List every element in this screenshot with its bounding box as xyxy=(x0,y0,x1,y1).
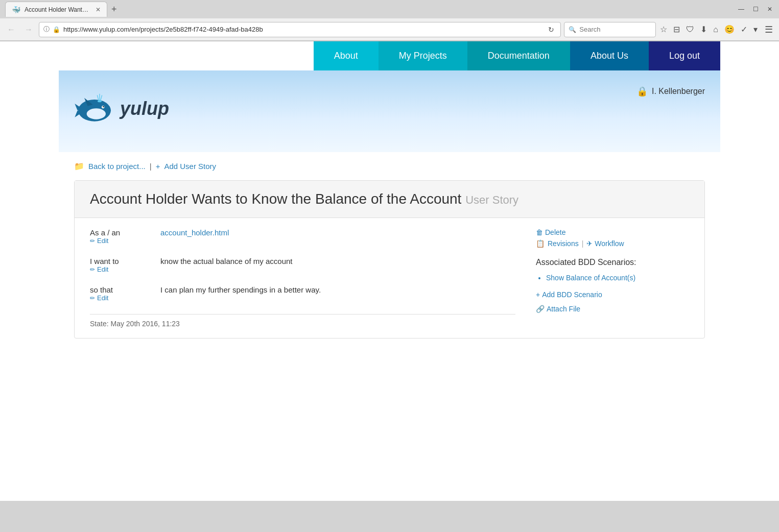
so-that-row: so that ✏ Edit I can plan my further spe… xyxy=(90,285,515,302)
nav-icon-group: ☆ ⊟ 🛡 ⬇ ⌂ 😊 ✓ ▾ ☰ xyxy=(659,23,775,36)
pencil-icon-2: ✏ xyxy=(90,266,95,273)
user-story-card: Account Holder Wants to Know the Balance… xyxy=(74,180,705,338)
delete-link[interactable]: 🗑 Delete xyxy=(536,228,689,236)
as-a-value-group: account_holder.html xyxy=(160,228,515,245)
pocket-icon[interactable]: 🛡 xyxy=(685,24,695,35)
user-icon: 🔒 xyxy=(636,86,648,97)
main-content: Account Holder Wants to Know the Balance… xyxy=(59,180,720,359)
hamburger-menu-icon[interactable]: ☰ xyxy=(763,23,775,36)
logo-text: yulup xyxy=(120,98,169,119)
breadcrumb-folder-icon: 📁 xyxy=(74,161,84,171)
user-info: 🔒 I. Kellenberger xyxy=(636,86,705,97)
url-input[interactable] xyxy=(63,26,543,33)
pencil-icon-3: ✏ xyxy=(90,295,95,302)
search-bar-wrapper: 🔍 xyxy=(564,22,656,37)
trash-icon: 🗑 xyxy=(536,228,543,236)
back-to-project-link[interactable]: Back to project... xyxy=(88,162,146,171)
card-body: As a / an ✏ Edit account_holder.html xyxy=(75,218,704,338)
bookmark-icon[interactable]: ☆ xyxy=(659,23,668,35)
as-a-label-group: As a / an ✏ Edit xyxy=(90,228,156,245)
bdd-list: Show Balance of Account(s) xyxy=(536,272,689,283)
add-user-story-link[interactable]: Add User Story xyxy=(164,162,216,171)
as-a-edit-link[interactable]: ✏ Edit xyxy=(90,237,156,245)
workflow-icon: ✈ xyxy=(586,239,593,248)
reload-button[interactable]: ↻ xyxy=(546,26,556,34)
title-bar: 🐳 Account Holder Wants to ... ✕ + — ☐ ✕ xyxy=(0,0,779,18)
workflow-link[interactable]: ✈ Workflow xyxy=(586,239,624,248)
add-bdd-link[interactable]: + Add BDD Scenario xyxy=(536,291,689,299)
reader-mode-icon[interactable]: ⊟ xyxy=(672,23,681,35)
browser-tab[interactable]: 🐳 Account Holder Wants to ... ✕ xyxy=(5,2,107,17)
logo-area: yulup xyxy=(74,91,169,127)
nav-logout[interactable]: Log out xyxy=(649,41,720,70)
dropdown-icon[interactable]: ▾ xyxy=(752,23,759,35)
close-button[interactable]: ✕ xyxy=(766,5,774,13)
user-name: I. Kellenberger xyxy=(652,87,705,96)
add-story-icon: + xyxy=(156,162,160,171)
card-left: As a / an ✏ Edit account_holder.html xyxy=(90,228,515,328)
so-that-label: so that xyxy=(90,285,156,294)
revisions-workflow-row: 📋 Revisions | ✈ Workflow xyxy=(536,239,689,248)
url-bar-wrapper: ⓘ 🔒 ↻ xyxy=(39,22,561,37)
svg-point-5 xyxy=(103,106,104,108)
card-right: 🗑 Delete 📋 Revisions | ✈ Workflow xyxy=(536,228,689,328)
i-want-row: I want to ✏ Edit know the actual balance… xyxy=(90,257,515,273)
i-want-label-group: I want to ✏ Edit xyxy=(90,257,156,273)
revisions-link[interactable]: Revisions xyxy=(548,239,579,248)
as-a-label: As a / an xyxy=(90,228,156,237)
home-icon[interactable]: ⌂ xyxy=(712,24,719,35)
pencil-icon: ✏ xyxy=(90,237,95,245)
action-separator: | xyxy=(582,239,584,248)
so-that-label-group: so that ✏ Edit xyxy=(90,285,156,302)
info-icon: ⓘ xyxy=(43,25,50,34)
paperclip-icon: 🔗 xyxy=(536,305,545,313)
download-icon[interactable]: ⬇ xyxy=(699,23,708,35)
bdd-title: Associated BDD Scenarios: xyxy=(536,258,689,267)
whale-logo-icon xyxy=(74,91,115,127)
search-icon: 🔍 xyxy=(569,26,576,33)
story-title: Account Holder Wants to Know the Balance… xyxy=(90,191,689,207)
browser-chrome: 🐳 Account Holder Wants to ... ✕ + — ☐ ✕ … xyxy=(0,0,779,41)
breadcrumb: 📁 Back to project... | + Add User Story xyxy=(59,152,720,180)
emoji-icon[interactable]: 😊 xyxy=(723,23,736,35)
nav-about-us[interactable]: About Us xyxy=(570,41,649,70)
navigation-bar: ← → ⓘ 🔒 ↻ 🔍 ☆ ⊟ 🛡 ⬇ ⌂ 😊 ✓ ▾ ☰ xyxy=(0,18,779,41)
nav-about[interactable]: About xyxy=(314,41,379,70)
window-controls: — ☐ ✕ xyxy=(737,5,774,13)
add-bdd-icon: + xyxy=(536,291,540,299)
i-want-edit-link[interactable]: ✏ Edit xyxy=(90,265,156,273)
svg-point-1 xyxy=(87,108,106,119)
so-that-edit-link[interactable]: ✏ Edit xyxy=(90,294,156,302)
nav-my-projects[interactable]: My Projects xyxy=(379,41,467,70)
site-wrapper: About My Projects Documentation About Us… xyxy=(59,41,720,501)
tab-favicon: 🐳 xyxy=(12,6,20,14)
state-text: State: May 20th 2016, 11:23 xyxy=(90,320,515,328)
card-title-bar: Account Holder Wants to Know the Balance… xyxy=(75,181,704,218)
tab-close-button[interactable]: ✕ xyxy=(96,6,101,13)
site-header: yulup 🔒 I. Kellenberger xyxy=(59,70,720,152)
back-button[interactable]: ← xyxy=(4,23,18,36)
i-want-label: I want to xyxy=(90,257,156,265)
story-badge: User Story xyxy=(465,194,518,206)
secure-icon: 🔒 xyxy=(53,26,60,33)
forward-button[interactable]: → xyxy=(21,23,36,36)
new-tab-button[interactable]: + xyxy=(107,5,121,14)
right-actions: 🗑 Delete 📋 Revisions | ✈ Workflow xyxy=(536,228,689,248)
maximize-button[interactable]: ☐ xyxy=(751,5,760,13)
bdd-list-item[interactable]: Show Balance of Account(s) xyxy=(546,272,689,283)
breadcrumb-separator: | xyxy=(150,162,152,171)
nav-documentation[interactable]: Documentation xyxy=(467,41,570,70)
attach-file-link[interactable]: 🔗 Attach File xyxy=(536,305,689,313)
i-want-value: know the actual balance of my account xyxy=(160,257,515,273)
site-navigation: About My Projects Documentation About Us… xyxy=(59,41,720,70)
check-icon[interactable]: ✓ xyxy=(740,23,748,35)
as-a-row: As a / an ✏ Edit account_holder.html xyxy=(90,228,515,245)
as-a-value[interactable]: account_holder.html xyxy=(160,228,229,237)
bdd-scenario-link[interactable]: Show Balance of Account(s) xyxy=(546,274,635,282)
search-input[interactable] xyxy=(579,26,641,33)
minimize-button[interactable]: — xyxy=(737,5,745,13)
tab-title: Account Holder Wants to ... xyxy=(25,6,89,13)
card-divider xyxy=(90,314,515,315)
bdd-section: Associated BDD Scenarios: Show Balance o… xyxy=(536,258,689,313)
so-that-value: I can plan my further spendings in a bet… xyxy=(160,285,515,302)
